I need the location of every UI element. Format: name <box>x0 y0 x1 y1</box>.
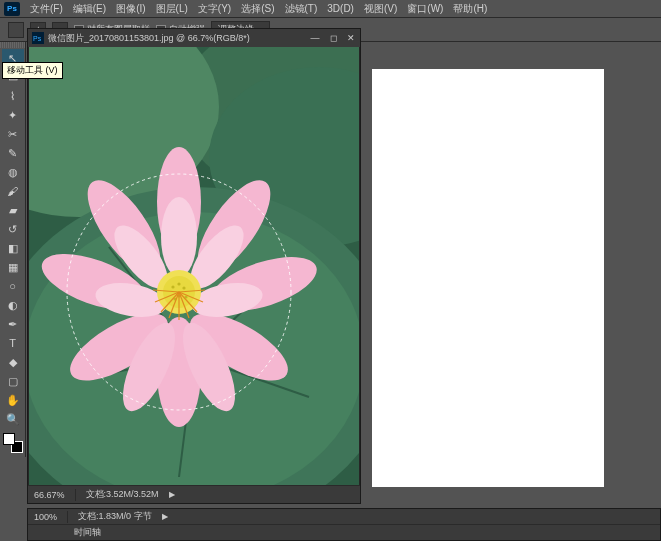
blank-canvas[interactable] <box>372 69 604 487</box>
svg-point-30 <box>171 285 174 288</box>
tool-lasso[interactable]: ⌇ <box>2 87 24 105</box>
menu-view[interactable]: 视图(V) <box>360 1 401 17</box>
document-size-2[interactable]: 文档:1.83M/0 字节 <box>78 510 152 523</box>
timeline-label[interactable]: 时间轴 <box>74 526 101 539</box>
foreground-color-swatch[interactable] <box>3 433 15 445</box>
toolbox: ↖▭⌇✦✂✎◍🖌▰↺◧▦○◐✒T◆▢✋🔍 <box>0 42 26 457</box>
menu-3d[interactable]: 3D(D) <box>323 2 358 15</box>
svg-point-23 <box>161 197 197 277</box>
tool-eyedropper[interactable]: ✎ <box>2 144 24 162</box>
menu-file[interactable]: 文件(F) <box>26 1 67 17</box>
tool-rectangle[interactable]: ▢ <box>2 372 24 390</box>
maximize-button[interactable]: ◻ <box>324 31 342 45</box>
tool-type[interactable]: T <box>2 334 24 352</box>
tool-preset-icon[interactable] <box>8 22 24 38</box>
svg-text:Ps: Ps <box>33 35 42 42</box>
statusbar-menu-icon[interactable]: ▶ <box>169 490 175 499</box>
tool-hand[interactable]: ✋ <box>2 391 24 409</box>
menu-image[interactable]: 图像(I) <box>112 1 149 17</box>
menubar: Ps 文件(F) 编辑(E) 图像(I) 图层(L) 文字(Y) 选择(S) 滤… <box>0 0 661 18</box>
document-title: 微信图片_20170801153801.jpg @ 66.7%(RGB/8*) <box>48 32 250 45</box>
menu-edit[interactable]: 编辑(E) <box>69 1 110 17</box>
canvas-area[interactable] <box>28 47 360 485</box>
separator <box>67 511 68 523</box>
tool-history-brush[interactable]: ↺ <box>2 220 24 238</box>
tool-brush[interactable]: 🖌 <box>2 182 24 200</box>
tool-stamp[interactable]: ▰ <box>2 201 24 219</box>
lotus-image <box>29 47 359 485</box>
statusbar-menu-icon[interactable]: ▶ <box>162 512 168 521</box>
close-button[interactable]: ✕ <box>342 31 360 45</box>
window-controls: — ◻ ✕ <box>306 31 360 45</box>
zoom-level[interactable]: 66.67% <box>34 490 65 500</box>
tool-spot-heal[interactable]: ◍ <box>2 163 24 181</box>
tool-zoom[interactable]: 🔍 <box>2 410 24 428</box>
menu-layer[interactable]: 图层(L) <box>152 1 192 17</box>
tool-dodge[interactable]: ◐ <box>2 296 24 314</box>
tool-gradient[interactable]: ▦ <box>2 258 24 276</box>
color-wells[interactable] <box>3 433 23 453</box>
document2-statusbar: 100% 文档:1.83M/0 字节 ▶ <box>28 509 660 524</box>
menu-filter[interactable]: 滤镜(T) <box>281 1 322 17</box>
menu-type[interactable]: 文字(Y) <box>194 1 235 17</box>
tool-quick-select[interactable]: ✦ <box>2 106 24 124</box>
document-statusbar: 66.67% 文档:3.52M/3.52M ▶ <box>28 485 360 503</box>
document-titlebar[interactable]: Ps 微信图片_20170801153801.jpg @ 66.7%(RGB/8… <box>28 29 360 47</box>
zoom-level-2[interactable]: 100% <box>34 512 57 522</box>
tool-tooltip: 移动工具 (V) <box>2 62 63 79</box>
ps-doc-icon: Ps <box>32 32 44 44</box>
tool-pen[interactable]: ✒ <box>2 315 24 333</box>
app-logo: Ps <box>4 2 20 16</box>
menu-window[interactable]: 窗口(W) <box>403 1 447 17</box>
minimize-button[interactable]: — <box>306 31 324 45</box>
svg-point-31 <box>182 286 185 289</box>
menu-help[interactable]: 帮助(H) <box>449 1 491 17</box>
tool-path-select[interactable]: ◆ <box>2 353 24 371</box>
document-window-lotus: Ps 微信图片_20170801153801.jpg @ 66.7%(RGB/8… <box>27 28 361 504</box>
timeline-bar: 时间轴 <box>28 524 660 540</box>
tool-blur[interactable]: ○ <box>2 277 24 295</box>
svg-point-35 <box>177 282 180 285</box>
document-window-2: 100% 文档:1.83M/0 字节 ▶ 时间轴 <box>27 508 661 541</box>
tool-crop[interactable]: ✂ <box>2 125 24 143</box>
tool-eraser[interactable]: ◧ <box>2 239 24 257</box>
document-size[interactable]: 文档:3.52M/3.52M <box>86 488 159 501</box>
separator <box>75 489 76 501</box>
menu-select[interactable]: 选择(S) <box>237 1 278 17</box>
